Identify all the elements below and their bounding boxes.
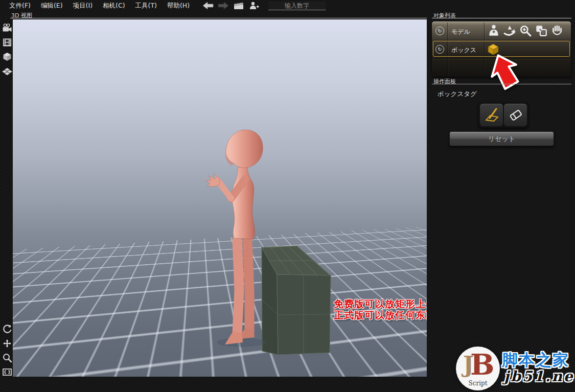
viewport-title-underline [10, 18, 427, 18]
red-arrow-annotation [486, 51, 524, 91]
menu-edit[interactable]: 编辑(E) [36, 0, 68, 12]
frame-view-icon[interactable] [2, 366, 13, 378]
ground-icon[interactable] [2, 65, 13, 77]
number-input[interactable] [268, 2, 326, 10]
erase-tag-button[interactable] [504, 104, 527, 126]
film-strip-icon[interactable] [2, 37, 13, 48]
panel-divider [433, 40, 570, 40]
rotate-view-icon[interactable] [2, 324, 13, 335]
zoom-view-icon[interactable] [2, 352, 13, 363]
annotation-line-1: 免费版可以放矩形上去 [334, 298, 427, 309]
pose-body-icon[interactable] [487, 24, 500, 37]
object-row-model[interactable]: モデル [451, 28, 483, 36]
watermark-caption: Script [456, 380, 500, 387]
operation-panel-underline [432, 84, 571, 84]
menu-icon-group [202, 1, 260, 10]
watermark-logo: J B Script [456, 347, 500, 390]
menu-bar: 文件(F) 编辑(E) 项目(I) 相机(C) 工具(T) 帮助(H) [0, 0, 575, 11]
app-window: 文件(F) 编辑(E) 项目(I) 相机(C) 工具(T) 帮助(H) [0, 0, 575, 392]
menu-file[interactable]: 文件(F) [4, 0, 36, 12]
menu-camera[interactable]: 相机(C) [98, 0, 130, 12]
forward-arrow-icon[interactable] [217, 1, 229, 10]
left-toolbar-top [2, 22, 13, 77]
video-camera-icon[interactable] [2, 22, 13, 34]
zoom-in-icon[interactable] [519, 24, 532, 37]
tag-tool-group [478, 102, 528, 128]
box-tag-label: ボックスタグ [438, 90, 477, 99]
cube-icon[interactable] [2, 51, 13, 62]
move-object-icon[interactable] [535, 24, 548, 37]
model-action-icons [487, 24, 564, 37]
reset-button[interactable]: リセット [449, 131, 554, 146]
visibility-toggle-model[interactable]: ↻ [435, 27, 444, 35]
menu-project[interactable]: 项目(I) [68, 0, 98, 12]
watermark: J B Script 脚本之家 jb51.net [455, 344, 573, 391]
move-view-icon[interactable] [2, 338, 13, 349]
back-arrow-icon[interactable] [202, 1, 214, 10]
scene-model-figure[interactable] [204, 128, 266, 353]
menu-help[interactable]: 帮助(H) [162, 0, 195, 12]
viewport-canvas[interactable]: 免费版可以放矩形上去 正式版可以放任何东西上去 [13, 19, 427, 377]
menu-tools[interactable]: 工具(T) [130, 0, 162, 12]
clapperboard-icon[interactable] [233, 1, 245, 10]
left-toolbar-bottom [2, 324, 13, 378]
rotate-pin-icon[interactable] [503, 24, 516, 37]
scene-box[interactable] [261, 243, 335, 361]
watermark-letter-b: B [470, 348, 494, 381]
add-actor-icon[interactable] [248, 1, 260, 10]
annotation-text: 免费版可以放矩形上去 正式版可以放任何东西上去 [334, 298, 427, 320]
paint-tag-button[interactable] [480, 104, 503, 126]
object-list-underline [432, 18, 571, 18]
watermark-site-url: jb51.net [504, 368, 575, 385]
hand-icon[interactable] [550, 24, 564, 37]
annotation-line-2: 正式版可以放任何东西上去 [334, 309, 427, 320]
